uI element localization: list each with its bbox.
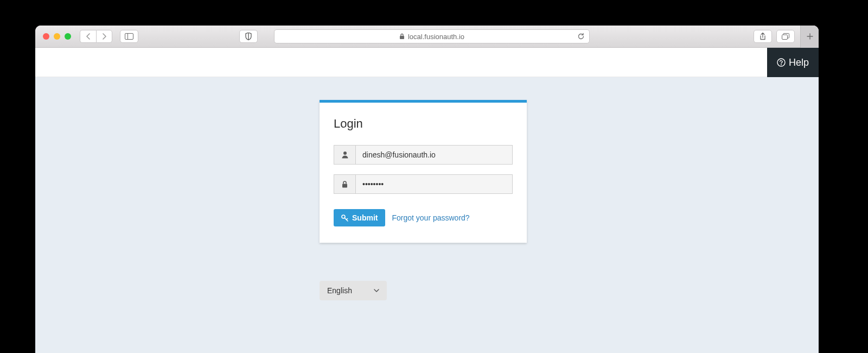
chevron-right-icon [102,33,107,40]
new-tab-button[interactable] [800,26,819,48]
lock-addon [334,174,355,194]
email-input-group [334,145,513,165]
help-label: Help [789,57,809,68]
login-title: Login [334,117,513,131]
browser-toolbar: local.fusionauth.io [35,26,819,48]
address-bar[interactable]: local.fusionauth.io [274,29,590,43]
user-icon [342,151,348,159]
shield-icon [245,33,252,40]
language-select[interactable]: English [320,281,387,300]
privacy-shield-button[interactable] [239,30,258,43]
share-button[interactable] [754,30,772,43]
lock-icon [342,181,348,188]
svg-point-5 [781,64,782,65]
lock-icon [399,33,405,40]
password-field[interactable] [355,174,513,194]
language-selected-label: English [327,286,352,295]
back-button[interactable] [80,30,96,43]
forgot-password-link[interactable]: Forgot your password? [392,213,469,222]
submit-label: Submit [352,213,378,222]
plus-icon [807,33,813,40]
app-header: Help [35,48,819,77]
sidebar-icon [125,33,133,40]
svg-rect-2 [400,36,404,39]
password-input-group [334,174,513,194]
email-field[interactable] [355,145,513,165]
chevron-left-icon [86,33,91,40]
svg-point-4 [777,59,785,66]
url-text: local.fusionauth.io [408,33,464,41]
traffic-lights [43,33,71,40]
toolbar-right [754,26,811,48]
svg-rect-3 [782,35,788,40]
svg-rect-0 [125,34,133,40]
help-icon [777,58,786,67]
share-icon [760,33,766,40]
login-card: Login Submit [320,100,527,243]
browser-window: local.fusionauth.io Help Login [35,26,819,353]
submit-button[interactable]: Submit [334,209,385,226]
svg-rect-7 [342,184,347,187]
window-zoom-button[interactable] [65,33,71,40]
user-addon [334,145,355,165]
tabs-icon [782,33,789,40]
help-button[interactable]: Help [767,48,819,77]
tabs-button[interactable] [776,30,795,43]
reload-button[interactable] [577,33,585,40]
svg-point-6 [343,152,347,155]
key-icon [341,215,348,222]
page-body: Login Submit [35,77,819,353]
sidebar-toggle-button[interactable] [120,30,138,43]
window-close-button[interactable] [43,33,49,40]
chevron-down-icon [374,289,379,292]
forward-button[interactable] [96,30,112,43]
window-minimize-button[interactable] [54,33,60,40]
nav-buttons [80,30,112,43]
reload-icon [577,33,585,40]
actions-row: Submit Forgot your password? [334,209,513,226]
